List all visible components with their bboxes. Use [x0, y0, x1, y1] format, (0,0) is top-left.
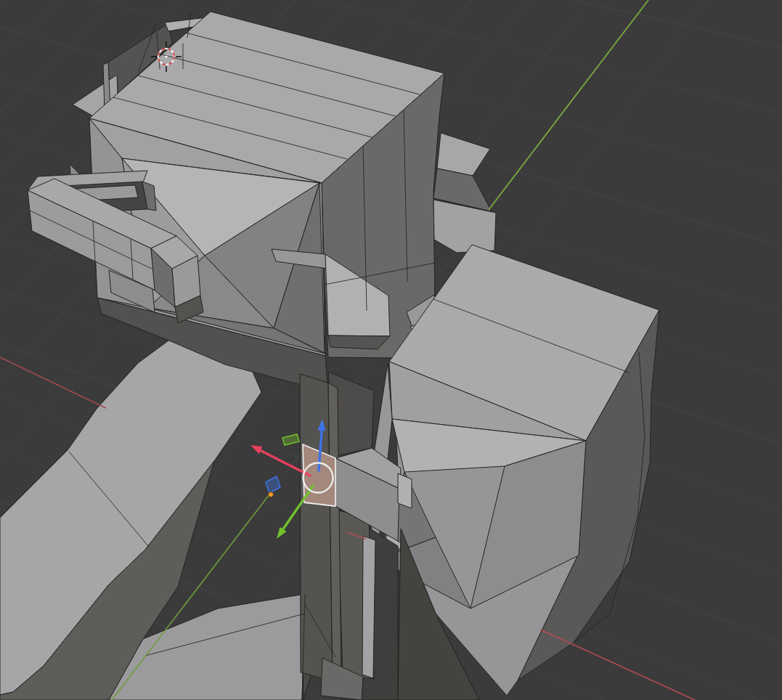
leg-back-bright-edge	[362, 536, 375, 678]
pillar-front-face	[300, 374, 333, 681]
viewport-canvas[interactable]	[0, 0, 782, 700]
3d-cursor-center-dot	[165, 55, 167, 57]
snout-notch	[398, 473, 412, 508]
blender-3d-viewport[interactable]	[0, 0, 782, 700]
origin-dot	[269, 492, 274, 497]
